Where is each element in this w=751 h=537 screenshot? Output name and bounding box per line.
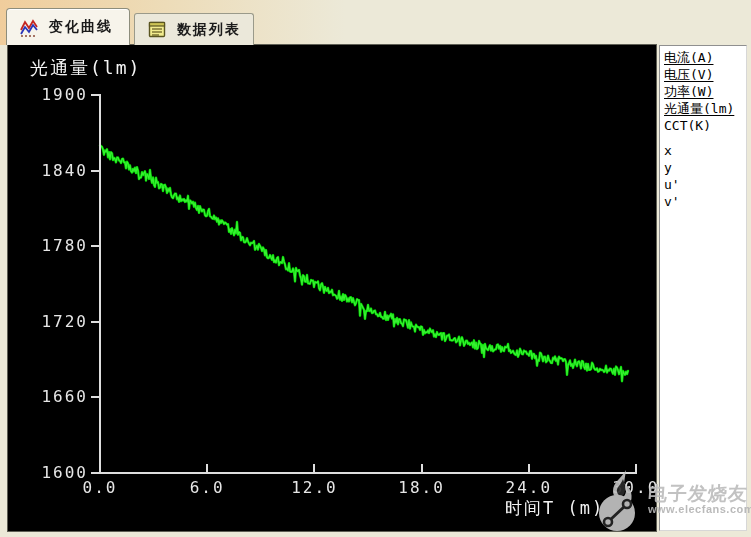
y-tick-label: 1840 xyxy=(24,161,88,180)
legend-item[interactable]: 功率(W) xyxy=(664,83,744,100)
legend-item[interactable]: CCT(K) xyxy=(664,117,744,134)
legend-item[interactable]: v' xyxy=(664,193,744,210)
app-window: 变化曲线 数据列表 光通量(lm) 1900184017801720166016… xyxy=(0,0,751,537)
y-tick-label: 1720 xyxy=(24,312,88,331)
y-tick-mark xyxy=(91,94,100,96)
x-axis-line xyxy=(99,472,637,474)
curve-canvas xyxy=(8,45,656,531)
legend-item[interactable]: x xyxy=(664,142,744,159)
x-tick-mark xyxy=(421,464,423,472)
x-tick-label: 0.0 xyxy=(62,478,138,497)
tab-data-list[interactable]: 数据列表 xyxy=(134,13,254,45)
x-tick-mark xyxy=(206,464,208,472)
y-tick-mark xyxy=(91,245,100,247)
tab-change-curve[interactable]: 变化曲线 xyxy=(6,8,130,45)
x-axis-label: 时间T (m) xyxy=(505,497,604,520)
legend-item[interactable]: 光通量(lm) xyxy=(664,100,744,117)
x-tick-label: 24.0 xyxy=(491,478,567,497)
curve-chart-icon xyxy=(19,18,40,37)
x-tick-mark xyxy=(313,464,315,472)
y-tick-mark xyxy=(91,321,100,323)
tab-bar: 变化曲线 数据列表 xyxy=(0,0,751,45)
data-list-icon xyxy=(147,20,168,39)
legend-item[interactable]: 电流(A) xyxy=(664,49,744,66)
legend-item[interactable]: y xyxy=(664,159,744,176)
y-tick-mark xyxy=(91,396,100,398)
x-tick-mark xyxy=(528,464,530,472)
tab-change-curve-label: 变化曲线 xyxy=(49,18,113,36)
y-axis-line xyxy=(99,94,101,474)
x-tick-label: 6.0 xyxy=(169,478,245,497)
legend-item[interactable]: 电压(V) xyxy=(664,66,744,83)
legend-item[interactable]: u' xyxy=(664,176,744,193)
x-tick-mark xyxy=(99,464,101,472)
x-tick-mark xyxy=(635,464,637,472)
chart-panel: 光通量(lm) 190018401780172016601600 0.06.01… xyxy=(8,45,656,531)
y-tick-label: 1660 xyxy=(24,387,88,406)
y-tick-mark xyxy=(91,472,100,474)
x-tick-label: 12.0 xyxy=(276,478,352,497)
chart-title: 光通量(lm) xyxy=(30,56,141,80)
legend-panel: 电流(A)电压(V)功率(W)光通量(lm)CCT(K)xyu'v' xyxy=(659,45,747,531)
y-tick-label: 1780 xyxy=(24,236,88,255)
tab-data-list-label: 数据列表 xyxy=(177,21,241,39)
y-tick-mark xyxy=(91,170,100,172)
y-tick-label: 1900 xyxy=(24,85,88,104)
x-tick-label: 18.0 xyxy=(384,478,460,497)
